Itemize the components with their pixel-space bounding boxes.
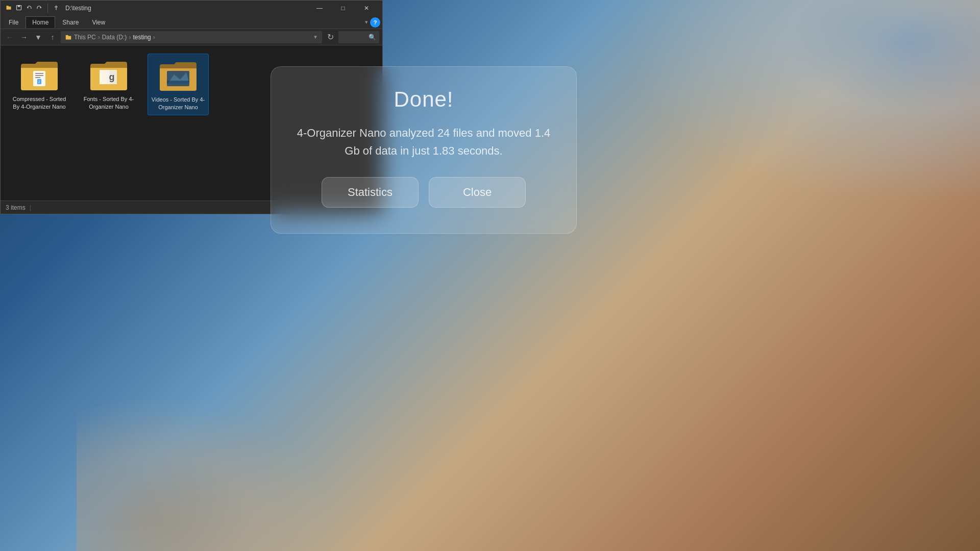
titlebar-save-icon[interactable] xyxy=(15,4,23,12)
window-controls: — □ ✕ xyxy=(308,1,378,16)
done-message: 4-Organizer Nano analyzed 24 files and m… xyxy=(297,124,551,160)
help-button[interactable]: ? xyxy=(370,17,380,28)
dialog-buttons: Statistics Close xyxy=(322,177,526,208)
statistics-button[interactable]: Statistics xyxy=(322,177,419,208)
address-bar: ← → ▼ ↑ This PC › Data (D:) › testing › … xyxy=(1,29,382,45)
svg-text:Z: Z xyxy=(38,80,41,84)
folder-compressed[interactable]: Z Compressed - Sorted By 4-Organizer Nan… xyxy=(9,54,70,114)
minimize-button[interactable]: — xyxy=(308,1,331,16)
explorer-titlebar: D:\testing — □ ✕ xyxy=(1,1,382,16)
done-title: Done! xyxy=(394,87,453,112)
tab-file[interactable]: File xyxy=(3,17,24,28)
titlebar-divider xyxy=(47,4,48,13)
refresh-button[interactable]: ↻ xyxy=(324,31,336,43)
dropdown-button[interactable]: ▼ xyxy=(32,31,44,43)
titlebar-redo-icon[interactable] xyxy=(35,4,43,12)
forward-button[interactable]: → xyxy=(18,31,30,43)
svg-rect-9 xyxy=(35,77,40,78)
svg-text:g: g xyxy=(109,72,115,82)
separator-1: › xyxy=(98,34,100,41)
search-icon: 🔍 xyxy=(369,34,376,41)
address-path[interactable]: This PC › Data (D:) › testing › ▼ xyxy=(61,31,322,43)
items-count: 3 items xyxy=(6,204,26,211)
back-button[interactable]: ← xyxy=(4,31,16,43)
svg-rect-7 xyxy=(35,73,43,74)
folder-videos-label: Videos - Sorted By 4-Organizer Nano xyxy=(151,96,205,112)
close-dialog-button[interactable]: Close xyxy=(429,177,526,208)
path-data-d[interactable]: Data (D:) xyxy=(102,34,127,41)
tab-view[interactable]: View xyxy=(86,17,111,28)
separator-3: › xyxy=(153,34,155,41)
window-title: D:\testing xyxy=(65,5,305,12)
folder-compressed-label: Compressed - Sorted By 4-Organizer Nano xyxy=(12,95,67,111)
tab-home[interactable]: Home xyxy=(26,16,55,28)
titlebar-undo-icon[interactable] xyxy=(25,4,33,12)
status-separator: | xyxy=(30,204,31,211)
up-button[interactable]: ↑ xyxy=(46,31,59,43)
desktop-swirl-2 xyxy=(77,398,332,551)
titlebar-folder-icon[interactable] xyxy=(5,4,13,12)
close-button[interactable]: ✕ xyxy=(355,1,378,16)
titlebar-pin-icon[interactable] xyxy=(52,4,60,12)
desktop-swirl-1 xyxy=(623,0,980,204)
maximize-button[interactable]: □ xyxy=(331,1,355,16)
done-dialog: Done! 4-Organizer Nano analyzed 24 files… xyxy=(271,66,577,234)
ribbon-tabs: File Home Share View ▾ ? xyxy=(1,16,382,29)
folder-fonts-icon: g xyxy=(88,57,129,92)
folder-videos-icon xyxy=(158,57,199,93)
tab-share[interactable]: Share xyxy=(56,17,85,28)
search-box[interactable]: 🔍 xyxy=(338,31,379,43)
svg-rect-8 xyxy=(35,75,43,76)
folder-videos[interactable]: Videos - Sorted By 4-Organizer Nano xyxy=(148,54,209,115)
path-this-pc[interactable]: This PC xyxy=(74,34,96,41)
folder-compressed-icon: Z xyxy=(19,57,60,92)
folder-fonts-label: Fonts - Sorted By 4-Organizer Nano xyxy=(81,95,136,111)
ribbon-expand-icon[interactable]: ▾ xyxy=(365,19,368,26)
path-testing[interactable]: testing xyxy=(133,34,151,41)
svg-rect-17 xyxy=(167,81,189,84)
separator-2: › xyxy=(129,34,131,41)
quick-access-toolbar xyxy=(5,4,60,13)
svg-rect-1 xyxy=(18,6,20,7)
path-dropdown-arrow[interactable]: ▼ xyxy=(313,34,318,40)
address-folder-icon xyxy=(65,34,72,41)
folder-fonts[interactable]: g Fonts - Sorted By 4-Organizer Nano xyxy=(78,54,139,114)
